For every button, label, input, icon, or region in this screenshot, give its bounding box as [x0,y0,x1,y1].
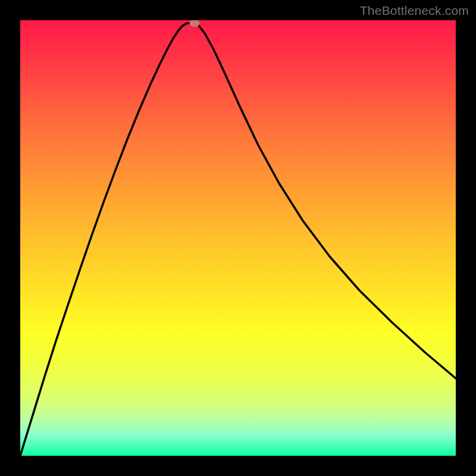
watermark-text: TheBottleneck.com [360,4,469,18]
plot-area [20,20,456,456]
min-point-marker [190,20,200,27]
bottleneck-curve [20,20,456,456]
chart-frame: TheBottleneck.com [0,0,476,476]
